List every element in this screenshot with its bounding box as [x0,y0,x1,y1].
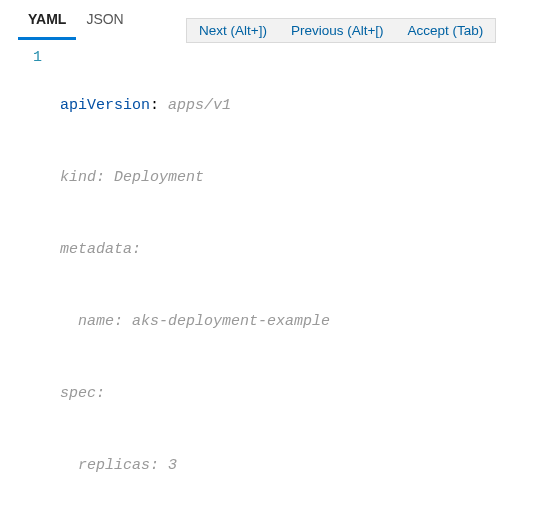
ghost-line: metadata: [60,238,551,262]
ghost-line: replicas: 3 [60,454,551,478]
tab-json[interactable]: JSON [76,0,133,40]
code-editor[interactable]: 1 apiVersion: apps/v1 kind: Deployment m… [0,40,551,511]
ghost-line: kind: Deployment [60,166,551,190]
line-number-gutter: 1 [0,46,60,511]
ghost-line: name: aks-deployment-example [60,310,551,334]
yaml-colon: : [150,97,168,114]
suggestion-next-button[interactable]: Next (Alt+]) [187,19,279,42]
tab-bar: YAML JSON Next (Alt+]) Previous (Alt+[) … [0,0,551,40]
suggestion-toolbar: Next (Alt+]) Previous (Alt+[) Accept (Ta… [186,18,496,43]
tab-yaml[interactable]: YAML [18,0,76,40]
code-line: apiVersion: apps/v1 [60,94,551,118]
ghost-text: apps/v1 [168,97,231,114]
ghost-line: spec: [60,382,551,406]
suggestion-previous-button[interactable]: Previous (Alt+[) [279,19,396,42]
suggestion-accept-button[interactable]: Accept (Tab) [396,19,496,42]
line-number: 1 [0,46,42,70]
code-content[interactable]: apiVersion: apps/v1 kind: Deployment met… [60,46,551,511]
yaml-key: apiVersion [60,97,150,114]
